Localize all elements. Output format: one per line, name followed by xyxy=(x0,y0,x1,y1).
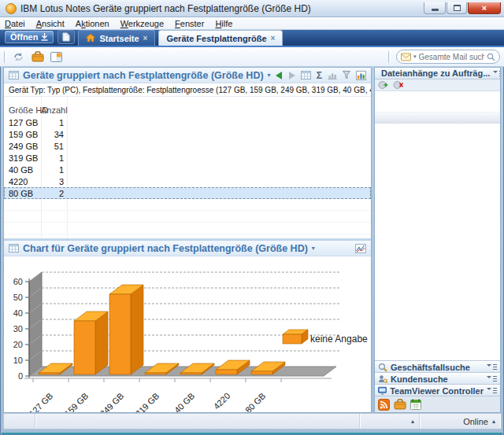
panel-menu-icon[interactable] xyxy=(487,375,497,382)
navigate-back-icon[interactable] xyxy=(276,72,283,79)
calendar-icon[interactable] xyxy=(410,399,421,410)
navigate-forward-icon[interactable] xyxy=(288,72,295,79)
close-tab-icon[interactable]: × xyxy=(271,34,276,42)
column-header-groesse-hd[interactable]: Größe HD xyxy=(4,105,41,115)
mini-chart-icon[interactable] xyxy=(328,71,337,79)
cell-groesse-hd: 249 GB xyxy=(4,142,41,151)
app-window: IBM Lotus Notes Geräte gruppiert nach Fe… xyxy=(0,0,504,435)
panel-menu-icon[interactable] xyxy=(487,363,497,370)
view-panel-header: Geräte gruppiert nach Festplattengröße (… xyxy=(4,68,371,83)
add-attachment-icon[interactable] xyxy=(378,80,389,90)
show-chart-icon[interactable] xyxy=(356,71,366,80)
x-category-label: 319 GB xyxy=(134,391,161,412)
search-input[interactable] xyxy=(419,53,484,61)
y-tick-label: 20 xyxy=(13,340,23,349)
empty-table-row xyxy=(4,211,371,223)
view-header-icons: Σ xyxy=(276,71,366,80)
close-tab-icon[interactable]: × xyxy=(143,34,148,42)
toolbar-grabber[interactable] xyxy=(4,51,6,63)
column-header-anzahl[interactable]: Anzahl xyxy=(41,105,67,115)
title-bar: IBM Lotus Notes Geräte gruppiert nach Fe… xyxy=(0,0,504,17)
minimize-icon xyxy=(432,9,439,11)
view-grid-icon xyxy=(9,71,19,79)
status-popup-button[interactable]: ▴ xyxy=(360,414,420,429)
menu-bar: DateiAnsichtAktionenWerkzeugeFensterHilf… xyxy=(0,17,504,30)
menu-item-aktionen[interactable]: Aktionen xyxy=(76,19,109,28)
tab-startseite[interactable]: Startseite × xyxy=(78,30,155,46)
open-button[interactable]: Öffnen xyxy=(4,30,54,44)
search-scope-dropdown-icon[interactable]: ▾ xyxy=(413,53,417,60)
table-row[interactable]: 319 GB1 xyxy=(4,152,371,164)
menu-item-fenster[interactable]: Fenster xyxy=(175,19,204,28)
document-icon xyxy=(62,32,70,42)
panel-menu-icon[interactable] xyxy=(487,387,497,394)
maximize-button[interactable] xyxy=(447,2,467,14)
remove-attachment-icon[interactable] xyxy=(393,80,404,90)
geschaeftsfallsuche-title: Geschäftsfallsuche xyxy=(391,363,470,372)
table-row[interactable]: 249 GB51 xyxy=(4,140,371,152)
toolbar-grabber[interactable] xyxy=(388,51,391,63)
bar-front-face xyxy=(180,373,202,374)
bar-side-face xyxy=(95,312,108,374)
attachments-list[interactable] xyxy=(375,91,500,361)
table-row[interactable]: 42203 xyxy=(4,175,371,187)
filter-icon[interactable] xyxy=(343,71,350,79)
x-category-label: 40 GB xyxy=(172,391,197,412)
window-controls: × xyxy=(423,2,501,14)
y-tick-label: 0 xyxy=(18,371,23,381)
table-row[interactable]: 80 GB2 xyxy=(4,187,371,199)
bar-front-face xyxy=(145,373,166,374)
minimize-button[interactable] xyxy=(424,2,446,14)
sum-icon[interactable]: Σ xyxy=(317,71,322,80)
empty-table-row xyxy=(4,223,371,234)
sidebar-bottom-icons xyxy=(375,396,500,412)
table-row[interactable]: 127 GB1 xyxy=(4,116,371,128)
chart-title-dropdown-icon[interactable]: ▾ xyxy=(312,245,315,252)
table-header-row: Größe HD Anzahl xyxy=(4,104,371,116)
close-button[interactable]: × xyxy=(468,2,501,14)
search-box: ▾ xyxy=(396,50,500,64)
right-sidebar: Dateianhänge zu Aufträg... Geschäftsfall… xyxy=(374,67,501,413)
table-view-icon[interactable] xyxy=(301,71,311,79)
menu-item-hilfe[interactable]: Hilfe xyxy=(215,19,232,28)
kundensuche-panel-header[interactable]: Kundensuche xyxy=(375,373,500,385)
y-tick-label: 10 xyxy=(13,356,23,365)
new-document-button[interactable] xyxy=(57,30,75,44)
table-row[interactable]: 40 GB1 xyxy=(4,164,371,175)
geschaeftsfallsuche-panel-header[interactable]: Geschäftsfallsuche xyxy=(375,361,500,373)
mail-scope-icon[interactable] xyxy=(401,53,411,61)
panel-menu-icon[interactable] xyxy=(493,70,500,77)
cell-groesse-hd: 80 GB xyxy=(4,189,41,198)
chart-grid-icon xyxy=(9,244,19,253)
view-title-dropdown-icon[interactable]: ▾ xyxy=(268,72,271,79)
menu-item-ansicht[interactable]: Ansicht xyxy=(36,19,65,28)
open-button-label: Öffnen xyxy=(10,32,38,42)
cell-anzahl: 51 xyxy=(41,142,67,151)
teamviewer-panel-header[interactable]: TeamViewer Controller xyxy=(375,385,500,396)
panel-layout-icon[interactable] xyxy=(50,50,63,64)
cell-anzahl: 3 xyxy=(41,177,67,186)
chart-options-icon[interactable] xyxy=(355,244,366,253)
view-filter-text: Gerät Typ: Typ (PC), Festplattengröße: F… xyxy=(4,83,371,97)
open-dropdown-icon xyxy=(41,33,48,41)
online-status-button[interactable]: Online ▴ xyxy=(420,414,500,429)
bar-side-face xyxy=(131,285,143,374)
menu-item-werkzeuge[interactable]: Werkzeuge xyxy=(120,19,164,28)
rss-feed-icon[interactable] xyxy=(378,399,390,411)
attachments-panel-header[interactable]: Dateianhänge zu Aufträg... xyxy=(375,68,500,79)
window-title: IBM Lotus Notes Geräte gruppiert nach Fe… xyxy=(20,3,418,14)
menu-item-datei[interactable]: Datei xyxy=(5,19,25,28)
sync-icon[interactable] xyxy=(12,50,25,64)
teamviewer-title: TeamViewer Controller xyxy=(390,386,484,396)
briefcase-small-icon[interactable] xyxy=(394,399,406,410)
search-icon[interactable] xyxy=(487,53,495,61)
tab-geraete-festplattengroesse[interactable]: Geräte Festplattengröße × xyxy=(158,30,283,46)
cell-anzahl: 1 xyxy=(41,153,67,163)
status-bar: ▴ Online ▴ xyxy=(3,413,501,429)
y-tick-label: 60 xyxy=(13,277,23,286)
popup-arrow-icon: ▴ xyxy=(411,418,414,425)
briefcase-icon[interactable] xyxy=(31,50,44,64)
teamviewer-monitor-icon xyxy=(378,386,387,396)
table-row[interactable]: 159 GB34 xyxy=(4,128,371,140)
bottom-accent-line xyxy=(2,433,502,434)
